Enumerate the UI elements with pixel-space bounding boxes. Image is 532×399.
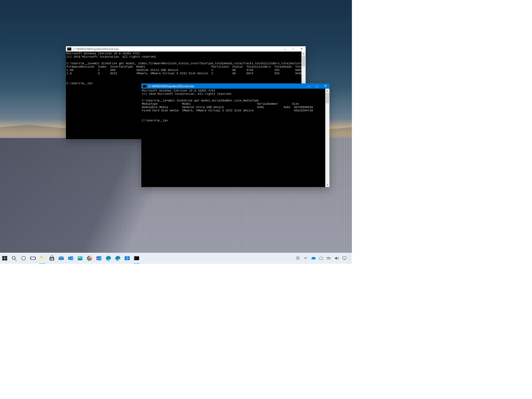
scroll-up-icon[interactable]: ▲	[325, 89, 329, 93]
svg-rect-44	[330, 258, 331, 259]
cmd-icon: C:\	[134, 255, 139, 261]
outlook-icon: O	[68, 255, 73, 261]
mail-icon	[58, 255, 64, 261]
scroll-down-icon[interactable]: ▼	[325, 183, 329, 187]
show-desktop-button[interactable]	[349, 253, 351, 264]
cmd-icon	[67, 47, 71, 51]
svg-rect-14	[52, 258, 53, 259]
windows-icon	[2, 255, 7, 261]
word-button[interactable]: W	[94, 253, 104, 264]
taskview-button[interactable]	[28, 253, 38, 264]
tray-chevron[interactable]	[303, 253, 309, 264]
terminal-output-back[interactable]: Microsoft Windows [Version 10.0.18362.47…	[66, 52, 306, 85]
chrome-icon	[87, 255, 92, 261]
taskbar-left: O W β C:\	[0, 253, 141, 264]
terminal-output-front[interactable]: Microsoft Windows [Version 10.0.18362.47…	[141, 89, 329, 122]
scroll-track[interactable]	[325, 93, 329, 183]
settings-icon	[124, 255, 130, 261]
chevron-up-icon	[303, 256, 308, 260]
svg-point-22	[78, 257, 80, 258]
scroll-up-icon[interactable]: ▲	[301, 52, 306, 56]
cmd-window-front[interactable]: C:\WINDOWS\system32\cmd.exe — □ ✕ Micros…	[141, 83, 329, 187]
svg-rect-13	[50, 258, 52, 259]
start-button[interactable]	[0, 253, 9, 264]
cortana-icon	[21, 255, 26, 261]
photos-button[interactable]	[75, 253, 85, 264]
svg-rect-3	[5, 258, 7, 260]
svg-rect-2	[2, 258, 4, 260]
desktop: C:\WINDOWS\system32\cmd.exe — □ ✕ Micros…	[0, 0, 352, 264]
svg-rect-0	[2, 256, 4, 258]
close-button[interactable]: ✕	[297, 46, 306, 52]
svg-rect-45	[343, 257, 346, 259]
edge-beta-button[interactable]: β	[104, 253, 113, 264]
notifications-tray[interactable]	[341, 253, 347, 264]
svg-text:C:\: C:\	[135, 257, 137, 259]
svg-point-32	[118, 259, 120, 260]
mail-button[interactable]	[57, 253, 66, 264]
people-icon	[296, 256, 300, 260]
cmd-icon	[142, 85, 147, 88]
taskbar: O W β C:\	[0, 253, 352, 264]
svg-rect-16	[52, 259, 53, 260]
settings-button[interactable]	[122, 253, 132, 264]
titlebar-front[interactable]: C:\WINDOWS\system32\cmd.exe — □ ✕	[141, 83, 329, 89]
minimize-button[interactable]: —	[281, 46, 289, 52]
svg-rect-9	[35, 257, 36, 259]
svg-rect-8	[30, 257, 31, 259]
weather-tray[interactable]	[318, 253, 324, 264]
cmd-taskbar-button[interactable]: C:\	[132, 253, 141, 264]
taskbar-right	[295, 253, 352, 264]
svg-point-42	[298, 257, 300, 258]
svg-point-4	[12, 256, 15, 259]
svg-rect-7	[31, 257, 35, 260]
edge-icon	[115, 255, 121, 261]
scrollbar-front[interactable]: ▲ ▼	[325, 89, 329, 187]
battery-icon	[327, 256, 331, 260]
folder-icon	[40, 255, 45, 261]
power-tray[interactable]	[326, 253, 332, 264]
chrome-button[interactable]	[85, 253, 94, 264]
search-icon	[11, 255, 17, 261]
maximize-button[interactable]: □	[313, 83, 321, 89]
notification-icon	[342, 256, 347, 260]
window-title-back: C:\WINDOWS\system32\cmd.exe	[73, 47, 119, 51]
people-button[interactable]	[295, 253, 301, 264]
svg-point-6	[22, 256, 25, 260]
outlook-button[interactable]: O	[66, 253, 75, 264]
cortana-button[interactable]	[19, 253, 28, 264]
onedrive-tray[interactable]	[310, 253, 316, 264]
svg-line-5	[15, 259, 16, 260]
photos-icon	[77, 255, 83, 261]
svg-rect-15	[50, 259, 52, 260]
volume-tray[interactable]	[334, 253, 340, 264]
speaker-icon	[334, 256, 339, 260]
svg-text:W: W	[97, 257, 99, 260]
svg-point-41	[296, 257, 298, 258]
cloud-icon	[319, 256, 323, 260]
taskview-icon	[30, 255, 36, 261]
search-button[interactable]	[9, 253, 19, 264]
edge-canary-button[interactable]	[113, 253, 122, 264]
store-button[interactable]	[47, 253, 57, 264]
window-title-front: C:\WINDOWS\system32\cmd.exe	[149, 85, 194, 88]
svg-rect-10	[40, 258, 45, 260]
close-button[interactable]: ✕	[321, 83, 329, 89]
store-icon	[49, 255, 55, 261]
svg-text:O: O	[69, 257, 70, 260]
svg-rect-1	[5, 256, 7, 258]
edge-icon: β	[106, 255, 111, 261]
word-icon: W	[96, 255, 102, 261]
file-explorer-button[interactable]	[38, 253, 47, 264]
svg-point-25	[89, 257, 90, 259]
svg-rect-11	[41, 257, 42, 257]
scroll-thumb[interactable]	[302, 56, 305, 66]
titlebar-back[interactable]: C:\WINDOWS\system32\cmd.exe — □ ✕	[66, 46, 306, 52]
minimize-button[interactable]: —	[305, 83, 313, 89]
scroll-thumb[interactable]	[326, 93, 329, 103]
maximize-button[interactable]: □	[289, 46, 297, 52]
cloud-icon	[311, 256, 316, 260]
